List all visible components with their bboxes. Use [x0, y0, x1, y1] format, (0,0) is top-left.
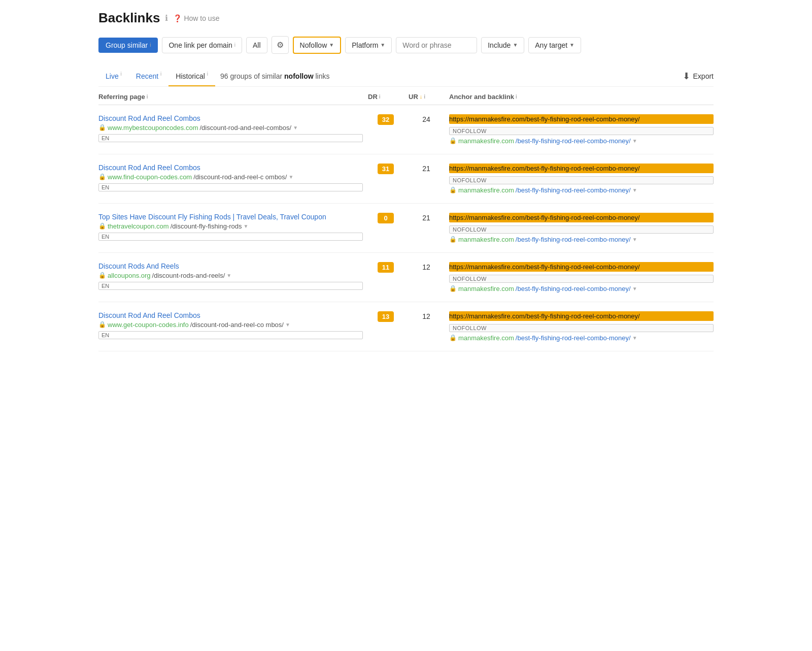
ref-path: /discount-rod-and-reel-c ombos/: [193, 173, 287, 181]
question-icon: ❓: [173, 14, 182, 22]
page-title: Backlinks: [98, 10, 160, 26]
export-icon: ⬇: [683, 71, 690, 82]
ref-url: 🔒 thetravelcoupon.com /discount-fly-fish…: [98, 222, 363, 230]
export-button[interactable]: ⬇ Export: [683, 67, 714, 86]
backlink-path: /best-fly-fishing-rod-reel-combo-money/: [516, 285, 631, 292]
ref-domain[interactable]: thetravelcoupon.com: [108, 222, 169, 230]
cell-ur: 12: [409, 311, 444, 320]
dr-badge: 11: [378, 262, 394, 273]
lock-icon: 🔒: [98, 124, 106, 131]
all-button[interactable]: All: [246, 37, 267, 53]
cell-referring: Top Sites Have Discount Fly Fishing Rods…: [98, 213, 363, 241]
dr-badge: 31: [378, 164, 394, 174]
cell-ur: 24: [409, 114, 444, 123]
col-ur-header: UR ↓ i: [409, 93, 444, 101]
ref-domain[interactable]: www.get-coupon-codes.info: [108, 321, 189, 329]
cell-referring: Discount Rod And Reel Combos 🔒 www.get-c…: [98, 311, 363, 339]
cell-backlink: https://manmakesfire.com/best-fly-fishin…: [449, 311, 714, 342]
nofollow-badge: NOFOLLOW: [449, 275, 714, 283]
backlink-domain[interactable]: manmakesfire.com: [458, 137, 514, 145]
table-wrapper: Referring page i DR i UR ↓ i Anchor and …: [98, 87, 714, 351]
cell-dr: 13: [368, 311, 403, 322]
ref-path: /discount-rod-and-reel-combos/: [199, 124, 291, 132]
referring-header-info: i: [147, 94, 148, 100]
settings-button[interactable]: ⚙: [272, 36, 289, 54]
ur-header-info: i: [424, 94, 425, 100]
lang-badge: EN: [98, 331, 363, 339]
any-target-button[interactable]: Any target ▼: [528, 37, 581, 53]
referring-title-link[interactable]: Discount Rod And Reel Combos: [98, 311, 363, 319]
one-link-per-domain-button[interactable]: One link per domain i: [162, 37, 242, 53]
lock-icon: 🔒: [449, 236, 457, 243]
cell-dr: 31: [368, 164, 403, 174]
tab-live[interactable]: Live i: [98, 66, 129, 86]
dr-badge: 0: [378, 213, 394, 223]
lock-icon: 🔒: [98, 272, 106, 279]
lock-icon: 🔒: [98, 222, 106, 230]
lock-icon: 🔒: [449, 186, 457, 193]
lock-icon: 🔒: [449, 137, 457, 144]
nofollow-badge: NOFOLLOW: [449, 225, 714, 234]
ref-url: 🔒 www.get-coupon-codes.info /discount-ro…: [98, 321, 363, 329]
ref-path: /discount-rods-and-reels/: [152, 272, 225, 279]
chevron-down-icon: ▼: [513, 42, 518, 48]
table-row: Discount Rod And Reel Combos 🔒 www.mybes…: [98, 105, 714, 154]
backlink-url[interactable]: https://manmakesfire.com/best-fly-fishin…: [449, 114, 714, 124]
one-link-info: i: [234, 42, 235, 48]
cell-referring: Discount Rod And Reel Combos 🔒 www.find-…: [98, 164, 363, 191]
backlink-domain[interactable]: manmakesfire.com: [458, 334, 514, 342]
group-similar-button[interactable]: Group similar i: [98, 38, 158, 53]
lang-badge: EN: [98, 282, 363, 290]
backlink-domain[interactable]: manmakesfire.com: [458, 236, 514, 243]
dr-header-info: i: [379, 94, 381, 100]
gear-icon: ⚙: [277, 41, 284, 49]
chevron-down-icon: ▼: [632, 286, 637, 291]
backlink-url[interactable]: https://manmakesfire.com/best-fly-fishin…: [449, 164, 714, 173]
tabs-row: Live i Recent i Historical i 96 groups o…: [98, 66, 714, 87]
ur-value: 21: [422, 214, 430, 222]
lock-icon: 🔒: [449, 334, 457, 341]
cell-backlink: https://manmakesfire.com/best-fly-fishin…: [449, 213, 714, 243]
ref-url: 🔒 www.find-coupon-codes.com /discount-ro…: [98, 173, 363, 181]
backlink-path: /best-fly-fishing-rod-reel-combo-money/: [516, 186, 631, 194]
referring-title-link[interactable]: Discount Rod And Reel Combos: [98, 164, 363, 172]
cell-dr: 32: [368, 114, 403, 125]
backlink-url[interactable]: https://manmakesfire.com/best-fly-fishin…: [449, 213, 714, 222]
backlink-domain-row: 🔒 manmakesfire.com /best-fly-fishing-rod…: [449, 186, 714, 194]
ref-url: 🔒 www.mybestcouponcodes.com /discount-ro…: [98, 124, 363, 132]
tab-recent[interactable]: Recent i: [129, 66, 168, 86]
ref-domain[interactable]: allcoupons.org: [108, 272, 151, 279]
how-to-use-link[interactable]: ❓ How to use: [173, 14, 219, 22]
info-icon: ℹ: [165, 13, 168, 23]
referring-title-link[interactable]: Discount Rod And Reel Combos: [98, 114, 363, 122]
table-row: Discount Rod And Reel Combos 🔒 www.get-c…: [98, 302, 714, 351]
cell-dr: 11: [368, 262, 403, 273]
backlink-domain-row: 🔒 manmakesfire.com /best-fly-fishing-rod…: [449, 285, 714, 292]
cell-ur: 21: [409, 164, 444, 173]
table-row: Discount Rod And Reel Combos 🔒 www.find-…: [98, 154, 714, 204]
tab-historical[interactable]: Historical i: [168, 66, 215, 86]
cell-referring: Discount Rods And Reels 🔒 allcoupons.org…: [98, 262, 363, 290]
nofollow-button[interactable]: Nofollow ▼: [293, 37, 342, 54]
dr-badge: 13: [378, 311, 394, 322]
tabs-left: Live i Recent i Historical i 96 groups o…: [98, 66, 330, 86]
referring-title-link[interactable]: Top Sites Have Discount Fly Fishing Rods…: [98, 213, 363, 221]
word-or-phrase-input[interactable]: [396, 37, 477, 53]
include-button[interactable]: Include ▼: [481, 37, 524, 53]
chevron-down-icon: ▼: [632, 138, 637, 144]
ref-domain[interactable]: www.find-coupon-codes.com: [108, 173, 192, 181]
anchor-header-info: i: [516, 94, 517, 100]
platform-button[interactable]: Platform ▼: [345, 37, 392, 53]
backlink-domain[interactable]: manmakesfire.com: [458, 186, 514, 194]
backlink-url[interactable]: https://manmakesfire.com/best-fly-fishin…: [449, 262, 714, 272]
ur-value: 24: [422, 115, 430, 123]
backlink-url[interactable]: https://manmakesfire.com/best-fly-fishin…: [449, 311, 714, 321]
chevron-down-icon: ▼: [244, 223, 249, 229]
referring-title-link[interactable]: Discount Rods And Reels: [98, 262, 363, 270]
lock-icon: 🔒: [98, 321, 106, 328]
ref-domain[interactable]: www.mybestcouponcodes.com: [108, 124, 198, 132]
backlink-domain-row: 🔒 manmakesfire.com /best-fly-fishing-rod…: [449, 334, 714, 342]
cell-backlink: https://manmakesfire.com/best-fly-fishin…: [449, 164, 714, 194]
ur-value: 12: [422, 312, 430, 320]
backlink-domain[interactable]: manmakesfire.com: [458, 285, 514, 292]
